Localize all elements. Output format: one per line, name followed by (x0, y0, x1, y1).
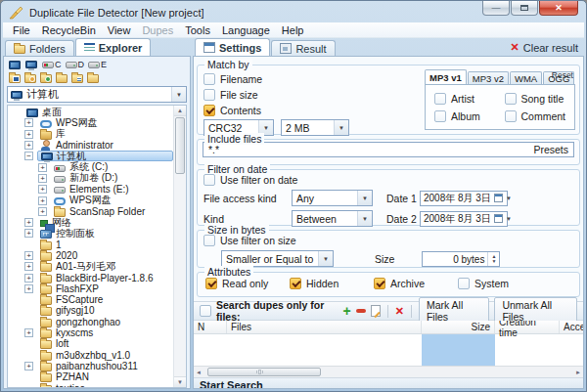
mp3-tag-checkbox[interactable]: Album (434, 110, 505, 122)
tree-scrollbar[interactable]: ▲ ▼ (173, 106, 186, 387)
drive-toolbar-button[interactable]: E (88, 60, 107, 69)
tree-item[interactable]: + Administrator (22, 140, 173, 151)
expand-toggle-icon[interactable]: + (38, 185, 47, 194)
expand-toggle-icon[interactable]: + (38, 207, 47, 216)
column-header-creation-time[interactable]: Creation time (495, 321, 560, 333)
folder-toolbar-button[interactable] (9, 72, 21, 83)
tree-item[interactable]: + BlackBird-Player-1.8.6 (22, 272, 173, 283)
folder-toolbar-button[interactable] (24, 72, 36, 83)
combo-dropdown-arrow-icon[interactable]: ▼ (334, 120, 348, 135)
folder-toolbar-button[interactable] (56, 72, 68, 83)
tree-item[interactable]: + WPS网盘 (35, 195, 173, 205)
menu-item[interactable]: Help (276, 24, 310, 36)
access-kind-combo[interactable]: Any ▼ (292, 190, 373, 206)
expand-toggle-icon[interactable]: + (38, 174, 47, 183)
tab-folders[interactable]: Folders (5, 40, 74, 56)
presets-button[interactable]: Presets (533, 144, 568, 155)
checkbox-box[interactable] (374, 278, 385, 289)
expand-toggle-icon[interactable]: + (24, 362, 33, 370)
menu-item[interactable]: Language (216, 24, 276, 36)
drive-toolbar-button[interactable]: C (42, 60, 62, 69)
edit-file-button[interactable] (371, 305, 381, 317)
menu-item[interactable]: File (7, 24, 36, 36)
tree-item[interactable]: gongzhonghao (22, 317, 173, 327)
tree-item[interactable]: + 新加卷 (D:) (35, 173, 173, 184)
tree-item[interactable]: + ScanSnap Folder (35, 206, 173, 217)
start-search-section[interactable]: Start Search (194, 377, 583, 388)
combo-dropdown-arrow-icon[interactable]: ▼ (506, 196, 512, 201)
tree-item[interactable]: + 控制面板 (22, 228, 173, 239)
expand-toggle-icon[interactable]: + (38, 196, 47, 205)
size-spinner[interactable]: 0 bytes ▲▼ (422, 251, 500, 267)
mp3-tab[interactable]: WMA (510, 71, 542, 84)
column-header-size[interactable]: Size (422, 321, 495, 333)
tree-item[interactable]: + kyxscms (22, 327, 173, 338)
expand-toggle-icon[interactable]: + (24, 118, 33, 127)
scroll-right-icon[interactable]: ► (573, 367, 583, 377)
remove-file-button[interactable] (356, 309, 366, 313)
mp3-tab[interactable]: MP3 v1 (425, 69, 467, 84)
expand-toggle-icon[interactable]: + (24, 141, 33, 150)
tree-item[interactable]: + 库 (22, 129, 173, 140)
tab-settings[interactable]: Settings (195, 38, 270, 56)
table-horizontal-scrollbar[interactable]: ◄ ► (194, 366, 583, 377)
menu-item[interactable]: Tools (179, 24, 216, 36)
column-header-access[interactable]: Acces (560, 321, 583, 333)
expand-toggle-icon[interactable]: + (38, 163, 47, 172)
column-header-n[interactable]: N (194, 321, 227, 333)
combo-dropdown-arrow-icon[interactable]: ▼ (171, 87, 186, 102)
attribute-checkbox[interactable]: Hidden (290, 278, 374, 289)
add-file-button[interactable]: + (343, 305, 351, 317)
tree-item[interactable]: loft (22, 338, 173, 349)
location-combo[interactable]: 计算机 ▼ (7, 86, 187, 103)
expand-toggle-icon[interactable]: + (24, 130, 33, 139)
checkbox-box[interactable] (203, 235, 215, 246)
tab-result[interactable]: Result (271, 40, 335, 56)
checkbox-box[interactable] (205, 278, 217, 289)
column-header-files[interactable]: Files (227, 321, 422, 333)
tree-item[interactable]: PZHAN (22, 371, 173, 382)
hscrollbar-thumb[interactable] (207, 368, 321, 376)
title-bar[interactable]: Duplicate File Detector [New project] — … (1, 1, 586, 22)
attribute-checkbox[interactable]: Read only (205, 278, 290, 289)
folder-toolbar-button[interactable] (87, 72, 99, 83)
date1-picker[interactable]: 2008年 8月 3日 ▼ (420, 191, 508, 206)
menu-item[interactable]: Dupes (136, 24, 179, 36)
checkbox-box[interactable] (458, 278, 470, 289)
mp3-tag-checkbox[interactable]: Song title (505, 93, 575, 105)
combo-dropdown-arrow-icon[interactable]: ▼ (318, 251, 333, 266)
checkbox-box[interactable] (434, 110, 446, 122)
menu-item[interactable]: RecycleBin (36, 24, 102, 36)
clear-result-button[interactable]: ✕ Clear result (511, 41, 584, 56)
block-size-combo[interactable]: 2 MB ▼ (281, 119, 349, 136)
mp3-reset-button[interactable]: Reset (550, 70, 575, 80)
mp3-tab[interactable]: MP3 v2 (468, 71, 509, 84)
checkbox-box[interactable] (200, 305, 211, 317)
attribute-checkbox[interactable]: System (458, 278, 542, 289)
expand-toggle-icon[interactable]: − (24, 152, 33, 160)
expand-toggle-icon[interactable]: + (24, 229, 33, 238)
expand-toggle-icon[interactable]: + (24, 218, 33, 227)
tree-item[interactable]: FSCapture (22, 294, 173, 305)
tree-item[interactable]: gifysgj10 (22, 305, 173, 316)
expand-toggle-icon[interactable]: + (24, 328, 33, 337)
size-compare-combo[interactable]: Smaller or Equal to ▼ (221, 250, 334, 267)
checkbox-box[interactable] (203, 174, 215, 186)
attribute-checkbox[interactable]: Archive (374, 278, 458, 289)
expand-toggle-icon[interactable]: + (24, 274, 33, 283)
checkbox-box[interactable] (434, 93, 446, 105)
kind-combo[interactable]: Between ▼ (292, 210, 373, 227)
tree-scrollbar-thumb[interactable] (175, 117, 185, 174)
checkbox-box[interactable] (290, 278, 301, 289)
maximize-button[interactable] (511, 1, 538, 16)
scroll-left-icon[interactable]: ◄ (194, 367, 203, 377)
minimize-button[interactable]: — (482, 1, 510, 16)
checkbox-box[interactable] (505, 93, 517, 105)
menu-item[interactable]: View (102, 24, 137, 36)
combo-dropdown-arrow-icon[interactable]: ▼ (357, 211, 372, 226)
checkbox-box[interactable] (505, 110, 517, 122)
clear-files-button[interactable]: ✕ (395, 305, 404, 318)
tree-item[interactable]: m3u8xzhbq_v1.0 (22, 350, 173, 361)
mp3-tag-checkbox[interactable]: Artist (434, 93, 505, 105)
scroll-down-icon[interactable]: ▼ (174, 376, 186, 387)
